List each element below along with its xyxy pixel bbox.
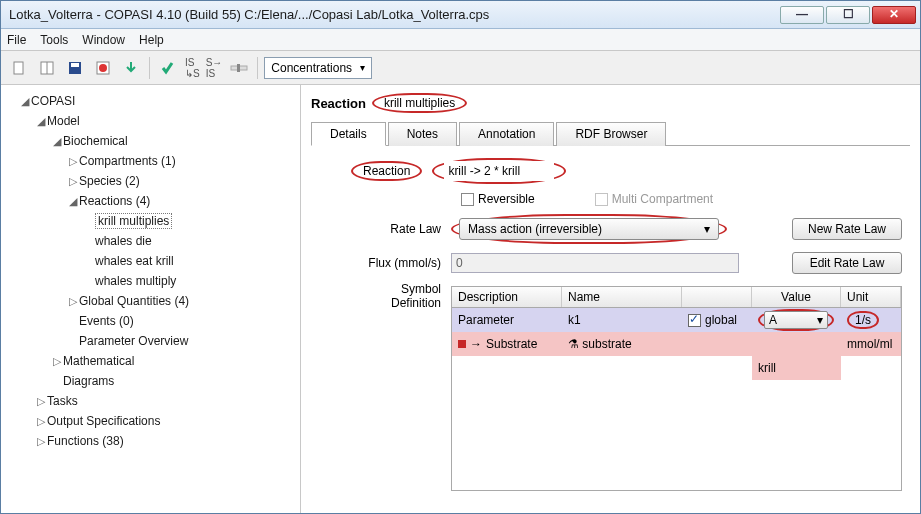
tab-details[interactable]: Details <box>311 122 386 146</box>
reaction-input[interactable] <box>444 161 554 181</box>
toolbar-separator <box>149 57 150 79</box>
tree-expander[interactable]: ▷ <box>35 411 47 431</box>
tree-expander[interactable]: ▷ <box>67 291 79 311</box>
book-icon[interactable] <box>35 56 59 80</box>
new-file-icon[interactable] <box>7 56 31 80</box>
tree-mathematical[interactable]: Mathematical <box>63 354 134 368</box>
slider-icon[interactable] <box>227 56 251 80</box>
menu-bar: File Tools Window Help <box>1 29 920 51</box>
multi-compartment-checkbox <box>595 193 608 206</box>
cell-desc: Substrate <box>486 337 537 351</box>
rate-law-dropdown[interactable]: Mass action (irreversible) ▾ <box>459 218 719 240</box>
check-icon[interactable] <box>156 56 180 80</box>
tree-expander[interactable]: ▷ <box>35 391 47 411</box>
tree-tasks[interactable]: Tasks <box>47 394 78 408</box>
menu-help[interactable]: Help <box>139 33 164 47</box>
sidebar-tree[interactable]: ◢COPASI ◢Model ◢Biochemical ▷Compartment… <box>1 85 301 513</box>
tree-expander[interactable]: ▷ <box>35 431 47 451</box>
concentrations-combo[interactable]: Concentrations ▾ <box>264 57 372 79</box>
reversible-checkbox[interactable] <box>461 193 474 206</box>
col-value[interactable]: Value <box>752 287 841 307</box>
tree-expander[interactable]: ◢ <box>19 91 31 111</box>
window-title: Lotka_Volterra - COPASI 4.10 (Build 55) … <box>5 7 778 22</box>
table-row-parameter[interactable]: Parameter k1 global A <box>452 308 901 332</box>
disk-icon[interactable] <box>91 56 115 80</box>
tree-rx-whales-die[interactable]: whales die <box>95 234 152 248</box>
col-unit[interactable]: Unit <box>841 287 901 307</box>
maximize-button[interactable]: ☐ <box>826 6 870 24</box>
label-rate-law: Rate Law <box>351 222 451 236</box>
close-button[interactable]: ✕ <box>872 6 916 24</box>
tab-rdf-browser[interactable]: RDF Browser <box>556 122 666 146</box>
global-checkbox[interactable] <box>688 314 701 327</box>
rate-law-value: Mass action (irreversible) <box>468 222 602 236</box>
unit-highlight: 1/s <box>847 311 879 329</box>
tree-compartments[interactable]: Compartments (1) <box>79 154 176 168</box>
tree-parameter-overview[interactable]: Parameter Overview <box>79 334 188 348</box>
minimize-button[interactable]: — <box>780 6 824 24</box>
tree-expander[interactable]: ◢ <box>35 111 47 131</box>
cell-name: substrate <box>582 337 631 351</box>
reaction-input-highlight <box>432 158 566 184</box>
unit-cell: mmol/ml <box>841 332 901 356</box>
tree-rx-whales-multiply[interactable]: whales multiply <box>95 274 176 288</box>
panel-heading-name: krill multiplies <box>372 93 467 113</box>
tree-expander[interactable]: ▷ <box>51 351 63 371</box>
unit-cell: 1/s <box>855 313 871 327</box>
col-blank[interactable] <box>682 287 752 307</box>
tree-model[interactable]: Model <box>47 114 80 128</box>
menu-file[interactable]: File <box>7 33 26 47</box>
download-icon[interactable] <box>119 56 143 80</box>
label-flux: Flux (mmol/s) <box>351 256 451 270</box>
tab-bar: Details Notes Annotation RDF Browser <box>311 121 910 146</box>
value-highlight: A ▾ <box>758 309 834 331</box>
tree-rx-whales-eat-krill[interactable]: whales eat krill <box>95 254 174 268</box>
title-bar[interactable]: Lotka_Volterra - COPASI 4.10 (Build 55) … <box>1 1 920 29</box>
tree-functions[interactable]: Functions (38) <box>47 434 124 448</box>
table-row-substrate-value[interactable]: krill <box>452 356 901 380</box>
tree-expander[interactable]: ▷ <box>67 171 79 191</box>
svg-rect-8 <box>237 64 240 72</box>
table-empty-area <box>452 380 901 490</box>
col-name[interactable]: Name <box>562 287 682 307</box>
save-icon[interactable] <box>63 56 87 80</box>
tree-output-specifications[interactable]: Output Specifications <box>47 414 160 428</box>
table-row-substrate[interactable]: Substrate ⚗ substrate mmol/ml <box>452 332 901 356</box>
value-cell: A <box>769 313 777 327</box>
s-to-is-icon[interactable]: S→IS <box>205 56 224 80</box>
tree-expander[interactable]: ◢ <box>67 191 79 211</box>
combo-label: Concentrations <box>271 61 352 75</box>
tree-species[interactable]: Species (2) <box>79 174 140 188</box>
tree-root[interactable]: COPASI <box>31 94 75 108</box>
cell-name: k1 <box>562 308 682 332</box>
label-reaction: Reaction <box>351 161 422 181</box>
rate-law-highlight: Mass action (irreversible) ▾ <box>451 214 727 244</box>
col-description[interactable]: Description <box>452 287 562 307</box>
menu-window[interactable]: Window <box>82 33 125 47</box>
chevron-down-icon: ▾ <box>704 222 710 236</box>
new-rate-law-button[interactable]: New Rate Law <box>792 218 902 240</box>
global-label: global <box>705 313 737 327</box>
tree-reactions[interactable]: Reactions (4) <box>79 194 150 208</box>
panel-heading-label: Reaction <box>311 96 366 111</box>
cell-value: krill <box>752 356 841 380</box>
square-icon <box>458 340 466 348</box>
tree-events[interactable]: Events (0) <box>79 314 134 328</box>
tree-global-quantities[interactable]: Global Quantities (4) <box>79 294 189 308</box>
details-form: Reaction Reversible Multi Compartment Ra… <box>311 146 910 491</box>
tree-diagrams[interactable]: Diagrams <box>63 374 114 388</box>
reversible-label: Reversible <box>478 192 535 206</box>
tab-annotation[interactable]: Annotation <box>459 122 554 146</box>
edit-rate-law-button[interactable]: Edit Rate Law <box>792 252 902 274</box>
tree-rx-krill-multiplies[interactable]: krill multiplies <box>95 213 172 229</box>
tree-biochemical[interactable]: Biochemical <box>63 134 128 148</box>
tree-expander[interactable]: ▷ <box>67 151 79 171</box>
tree-expander[interactable]: ◢ <box>51 131 63 151</box>
is-arrows-icon[interactable]: IS↳S <box>184 56 201 80</box>
value-dropdown[interactable]: A ▾ <box>764 311 828 329</box>
tab-notes[interactable]: Notes <box>388 122 457 146</box>
vessel-icon: ⚗ <box>568 337 579 351</box>
toolbar-separator <box>257 57 258 79</box>
menu-tools[interactable]: Tools <box>40 33 68 47</box>
chevron-down-icon: ▾ <box>360 62 365 73</box>
